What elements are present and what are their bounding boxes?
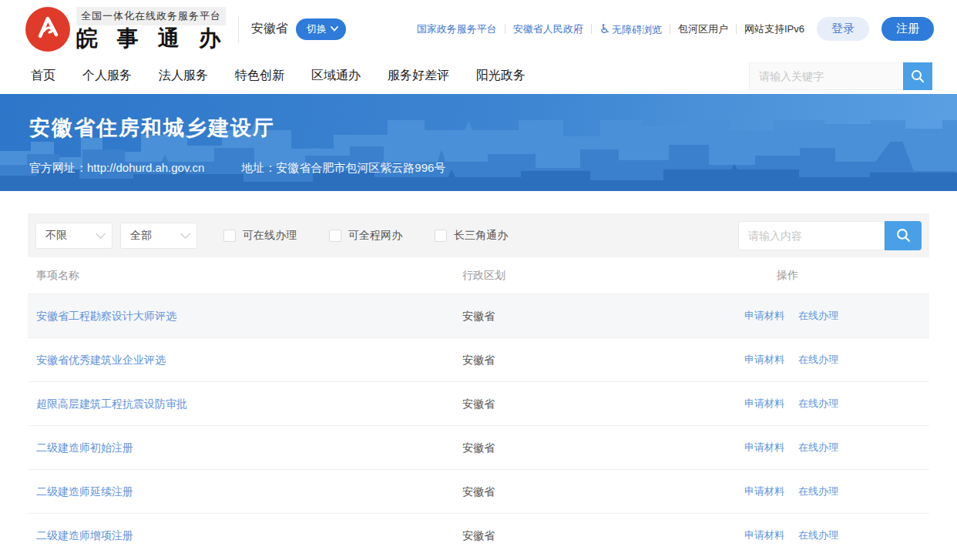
main-nav: 首页 个人服务 法人服务 特色创新 区域通办 服务好差评 阳光政务	[0, 58, 957, 94]
nav-item-home[interactable]: 首页	[31, 68, 55, 84]
type-dropdown-value: 全部	[130, 229, 152, 243]
wheelchair-icon: ♿	[599, 22, 610, 35]
chevron-down-icon	[331, 26, 338, 32]
filter-search	[738, 221, 922, 250]
brand-block: 全国一体化在线政务服务平台 皖事通办	[76, 7, 229, 51]
nav-item-regional[interactable]: 区域通办	[311, 68, 361, 84]
materials-link[interactable]: 申请材料	[744, 397, 784, 411]
keyword-search-button[interactable]	[903, 62, 932, 90]
region-switch-label: 切换	[307, 22, 327, 36]
filter-bar: 不限 全部 可在线办理 可全程网办 长三角通办	[28, 213, 929, 257]
region-value: 安徽省	[462, 310, 495, 322]
top-links: 国家政务服务平台 安徽省人民政府 ♿无障碍浏览 包河区用户 网站支持IPv6 登…	[417, 17, 934, 41]
divider	[591, 24, 592, 34]
link-district-user[interactable]: 包河区用户	[678, 22, 728, 36]
site-title: 皖事通办	[76, 27, 229, 51]
region-switch-button[interactable]: 切换	[296, 18, 346, 40]
nav-item-legal[interactable]: 法人服务	[159, 68, 208, 84]
divider	[505, 24, 505, 34]
region-value: 安徽省	[462, 529, 495, 542]
service-link[interactable]: 二级建造师初始注册	[36, 441, 133, 454]
checkbox-icon	[435, 230, 447, 242]
service-link[interactable]: 二级建造师延续注册	[36, 485, 133, 498]
online-handle-link[interactable]: 在线办理	[798, 353, 838, 367]
materials-link[interactable]: 申请材料	[744, 353, 784, 367]
checkbox-icon	[223, 230, 236, 242]
header-region: 行政区划	[455, 269, 744, 283]
checkbox-delta-region[interactable]: 长三角通办	[435, 229, 508, 243]
brand-mark-icon	[32, 12, 63, 46]
checkbox-full-online[interactable]: 可全程网办	[329, 229, 402, 243]
table-row: 安徽省优秀建筑业企业评选 安徽省 申请材料 在线办理	[28, 337, 929, 381]
scope-dropdown-value: 不限	[45, 229, 67, 243]
region-value: 安徽省	[462, 441, 495, 454]
link-ipv6[interactable]: 网站支持IPv6	[744, 22, 804, 36]
divider	[670, 24, 670, 34]
nav-item-review[interactable]: 服务好差评	[388, 68, 449, 84]
checkbox-full-online-label: 可全程网办	[348, 229, 402, 243]
link-provincial-gov[interactable]: 安徽省人民政府	[513, 22, 583, 36]
table-row: 超限高层建筑工程抗震设防审批 安徽省 申请材料 在线办理	[28, 381, 929, 425]
scope-dropdown[interactable]: 不限	[35, 223, 112, 249]
service-link[interactable]: 安徽省优秀建筑业企业评选	[36, 354, 166, 366]
register-button[interactable]: 注册	[881, 17, 934, 41]
online-handle-link[interactable]: 在线办理	[798, 309, 838, 323]
link-national-platform[interactable]: 国家政务服务平台	[417, 22, 497, 36]
banner-content: 安徽省住房和城乡建设厅 官方网址：http://dohurd.ah.gov.cn…	[0, 94, 957, 176]
region-value: 安徽省	[462, 485, 495, 498]
nav-items: 首页 个人服务 法人服务 特色创新 区域通办 服务好差评 阳光政务	[31, 68, 526, 84]
site-logo	[25, 7, 70, 52]
service-link[interactable]: 安徽省工程勘察设计大师评选	[36, 310, 176, 322]
table-row: 二级建造师延续注册 安徽省 申请材料 在线办理	[28, 469, 929, 513]
checkbox-online-label: 可在线办理	[243, 229, 297, 243]
nav-item-featured[interactable]: 特色创新	[235, 68, 284, 84]
accessibility-label: 无障碍浏览	[612, 24, 662, 35]
search-icon	[895, 227, 912, 243]
service-link[interactable]: 超限高层建筑工程抗震设防审批	[36, 397, 187, 410]
nav-search	[749, 62, 932, 90]
materials-link[interactable]: 申请材料	[744, 485, 784, 498]
chevron-down-icon	[96, 229, 106, 239]
current-region: 安徽省	[251, 21, 288, 37]
department-address: 地址：安徽省合肥市包河区紫云路996号	[241, 161, 445, 176]
online-handle-link[interactable]: 在线办理	[798, 485, 838, 498]
checkbox-delta-region-label: 长三角通办	[454, 229, 508, 243]
content-search-input[interactable]	[738, 221, 885, 250]
filter-checkboxes: 可在线办理 可全程网办 长三角通办	[223, 229, 508, 243]
divider	[736, 24, 737, 34]
login-button[interactable]: 登录	[817, 17, 869, 41]
type-dropdown[interactable]: 全部	[120, 223, 197, 249]
content-search-button[interactable]	[885, 221, 922, 250]
top-bar: 全国一体化在线政务服务平台 皖事通办 安徽省 切换 国家政务服务平台 安徽省人民…	[0, 0, 957, 58]
official-website: 官方网址：http://dohurd.ah.gov.cn	[29, 161, 204, 176]
region-value: 安徽省	[462, 354, 495, 366]
header-item-name: 事项名称	[28, 269, 455, 283]
nav-item-sunshine[interactable]: 阳光政务	[476, 68, 526, 84]
chevron-down-icon	[180, 229, 190, 239]
table-header: 事项名称 行政区划 操作	[28, 257, 929, 293]
divider	[238, 16, 239, 42]
table-row: 二级建造师初始注册 安徽省 申请材料 在线办理	[28, 425, 929, 469]
region-value: 安徽省	[462, 397, 495, 410]
header-action: 操作	[744, 269, 929, 283]
service-link[interactable]: 二级建造师增项注册	[36, 529, 133, 542]
materials-link[interactable]: 申请材料	[744, 528, 784, 542]
materials-link[interactable]: 申请材料	[744, 309, 784, 323]
materials-link[interactable]: 申请材料	[744, 441, 784, 454]
keyword-search-input[interactable]	[749, 62, 903, 90]
table-row: 二级建造师增项注册 安徽省 申请材料 在线办理	[28, 513, 929, 557]
department-info: 官方网址：http://dohurd.ah.gov.cn 地址：安徽省合肥市包河…	[29, 161, 957, 176]
table-row: 安徽省工程勘察设计大师评选 安徽省 申请材料 在线办理	[28, 293, 929, 337]
search-icon	[910, 69, 925, 84]
services-table: 事项名称 行政区划 操作 安徽省工程勘察设计大师评选 安徽省 申请材料 在线办理…	[28, 257, 929, 557]
platform-badge: 全国一体化在线政务服务平台	[76, 7, 226, 25]
online-handle-link[interactable]: 在线办理	[798, 528, 838, 542]
department-banner: 安徽省住房和城乡建设厅 官方网址：http://dohurd.ah.gov.cn…	[0, 94, 957, 191]
link-accessibility[interactable]: ♿无障碍浏览	[599, 22, 662, 37]
checkbox-online[interactable]: 可在线办理	[223, 229, 297, 243]
online-handle-link[interactable]: 在线办理	[798, 441, 838, 454]
department-title: 安徽省住房和城乡建设厅	[29, 114, 957, 142]
online-handle-link[interactable]: 在线办理	[798, 397, 838, 411]
nav-item-personal[interactable]: 个人服务	[82, 68, 132, 84]
checkbox-icon	[329, 230, 341, 242]
